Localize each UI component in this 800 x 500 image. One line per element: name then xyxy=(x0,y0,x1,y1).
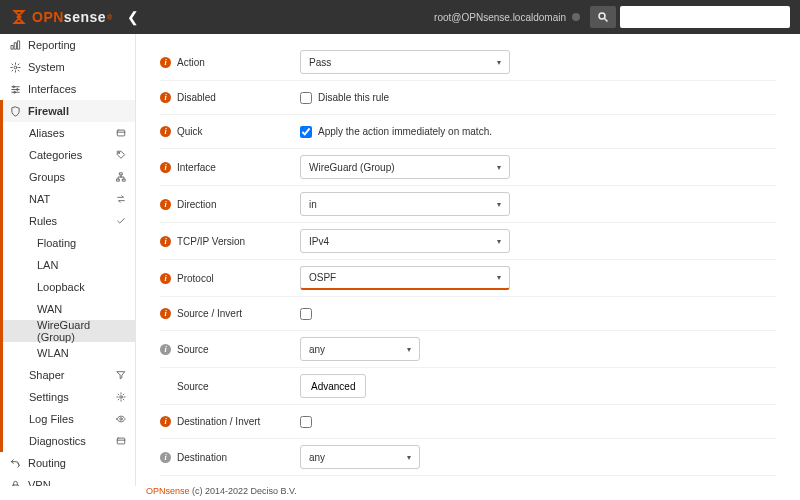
info-icon[interactable]: i xyxy=(160,308,171,319)
select-action[interactable]: Pass▾ xyxy=(300,50,510,74)
sidebar-item-label: Settings xyxy=(29,391,69,403)
footer-text: (c) 2014-2022 Deciso B.V. xyxy=(190,486,297,496)
sidebar-item-diagnostics[interactable]: Diagnostics xyxy=(0,430,135,452)
svg-rect-3 xyxy=(14,42,16,48)
chevron-down-icon: ▾ xyxy=(407,345,411,354)
svg-rect-4 xyxy=(17,40,19,48)
row-ipversion: iTCP/IP Version IPv4▾ xyxy=(160,222,776,259)
footer-brand[interactable]: OPNsense xyxy=(146,486,190,496)
checkbox-dest-invert[interactable] xyxy=(300,416,312,428)
info-icon[interactable]: i xyxy=(160,416,171,427)
sidebar-item-shaper[interactable]: Shaper xyxy=(0,364,135,386)
info-icon[interactable]: i xyxy=(160,344,171,355)
label-destination: Destination xyxy=(177,452,227,463)
sidebar-item-interfaces[interactable]: Interfaces xyxy=(0,78,135,100)
select-direction[interactable]: in▾ xyxy=(300,192,510,216)
row-source: iSource any▾ xyxy=(160,330,776,367)
label-ipversion: TCP/IP Version xyxy=(177,236,245,247)
topbar: OPNsense® ❮ root@OPNsense.localdomain xyxy=(0,0,800,34)
chevron-down-icon: ▾ xyxy=(407,453,411,462)
sidebar-item-categories[interactable]: Categories xyxy=(0,144,135,166)
content: iAction Pass▾ iDisabled Disable this rul… xyxy=(136,34,800,486)
footer: OPNsense (c) 2014-2022 Deciso B.V. xyxy=(136,486,800,500)
info-icon[interactable]: i xyxy=(160,199,171,210)
sidebar-item-label: Floating xyxy=(37,237,76,249)
sidebar-item-floating[interactable]: Floating xyxy=(0,232,135,254)
info-icon[interactable]: i xyxy=(160,162,171,173)
select-interface[interactable]: WireGuard (Group)▾ xyxy=(300,155,510,179)
sidebar-item-lan[interactable]: LAN xyxy=(0,254,135,276)
checkbox-source-invert[interactable] xyxy=(300,308,312,320)
sidebar-item-label: WireGuard (Group) xyxy=(37,319,127,343)
chevron-down-icon: ▾ xyxy=(497,273,501,282)
sidebar-item-label: Routing xyxy=(28,457,66,469)
sidebar-item-groups[interactable]: Groups xyxy=(0,166,135,188)
info-icon[interactable]: i xyxy=(160,236,171,247)
checkbox-disabled[interactable] xyxy=(300,92,312,104)
svg-point-19 xyxy=(120,418,123,421)
sidebar-item-label: WLAN xyxy=(37,347,69,359)
label-protocol: Protocol xyxy=(177,273,214,284)
svg-rect-2 xyxy=(11,45,13,49)
gear-icon xyxy=(10,62,21,73)
label-quick: Quick xyxy=(177,126,203,137)
select-protocol[interactable]: OSPF▾ xyxy=(300,266,510,290)
search-button[interactable] xyxy=(590,6,616,28)
sidebar-item-firewall[interactable]: Firewall xyxy=(0,100,135,122)
svg-point-0 xyxy=(599,13,605,19)
sidebar-item-settings[interactable]: Settings xyxy=(0,386,135,408)
logo[interactable]: OPNsense® xyxy=(10,8,113,26)
svg-rect-22 xyxy=(12,485,18,486)
row-dest-invert: iDestination / Invert xyxy=(160,404,776,438)
sidebar-item-label: Diagnostics xyxy=(29,435,86,447)
info-icon[interactable]: i xyxy=(160,92,171,103)
check-icon xyxy=(116,216,126,226)
svg-rect-20 xyxy=(117,438,125,444)
sidebar-item-label: Loopback xyxy=(37,281,85,293)
row-interface: iInterface WireGuard (Group)▾ xyxy=(160,148,776,185)
sidebar-item-routing[interactable]: Routing xyxy=(0,452,135,474)
sidebar-item-aliases[interactable]: Aliases xyxy=(0,122,135,144)
chevron-down-icon: ▾ xyxy=(497,200,501,209)
sidebar-item-log-files[interactable]: Log Files xyxy=(0,408,135,430)
select-source[interactable]: any▾ xyxy=(300,337,420,361)
search-input[interactable] xyxy=(620,6,790,28)
label-disabled: Disabled xyxy=(177,92,216,103)
sidebar-item-label: System xyxy=(28,61,65,73)
row-direction: iDirection in▾ xyxy=(160,185,776,222)
sidebar-item-reporting[interactable]: Reporting xyxy=(0,34,135,56)
sidebar-item-wireguard-group-[interactable]: WireGuard (Group) xyxy=(0,320,135,342)
sidebar-item-system[interactable]: System xyxy=(0,56,135,78)
checkbox-quick[interactable] xyxy=(300,126,312,138)
info-icon[interactable]: i xyxy=(160,57,171,68)
sidebar-item-label: Rules xyxy=(29,215,57,227)
select-destination[interactable]: any▾ xyxy=(300,445,420,469)
info-icon[interactable]: i xyxy=(160,273,171,284)
text-disabled: Disable this rule xyxy=(318,92,389,103)
sidebar-item-wlan[interactable]: WLAN xyxy=(0,342,135,364)
chevron-down-icon: ▾ xyxy=(497,58,501,67)
sidebar-item-nat[interactable]: NAT xyxy=(0,188,135,210)
label-dest-invert: Destination / Invert xyxy=(177,416,260,427)
button-advanced[interactable]: Advanced xyxy=(300,374,366,398)
info-icon[interactable]: i xyxy=(160,126,171,137)
label-source: Source xyxy=(177,344,209,355)
tag-icon xyxy=(116,150,126,160)
sidebar-item-vpn[interactable]: VPN xyxy=(0,474,135,486)
select-ipversion[interactable]: IPv4▾ xyxy=(300,229,510,253)
sidebar-item-label: LAN xyxy=(37,259,58,271)
label-action: Action xyxy=(177,57,205,68)
search-icon xyxy=(597,11,609,23)
sidebar-item-loopback[interactable]: Loopback xyxy=(0,276,135,298)
status-dot-icon xyxy=(572,13,580,21)
user-label[interactable]: root@OPNsense.localdomain xyxy=(434,12,566,23)
card-icon xyxy=(116,436,126,446)
sidebar-item-label: NAT xyxy=(29,193,50,205)
info-icon[interactable]: i xyxy=(160,452,171,463)
logo-text-suffix: sense xyxy=(64,9,106,25)
row-protocol: iProtocol OSPF▾ xyxy=(160,259,776,296)
sidebar-item-rules[interactable]: Rules xyxy=(0,210,135,232)
back-button[interactable]: ❮ xyxy=(127,9,139,25)
sidebar: ReportingSystemInterfacesFirewallAliases… xyxy=(0,34,136,486)
sidebar-item-wan[interactable]: WAN xyxy=(0,298,135,320)
